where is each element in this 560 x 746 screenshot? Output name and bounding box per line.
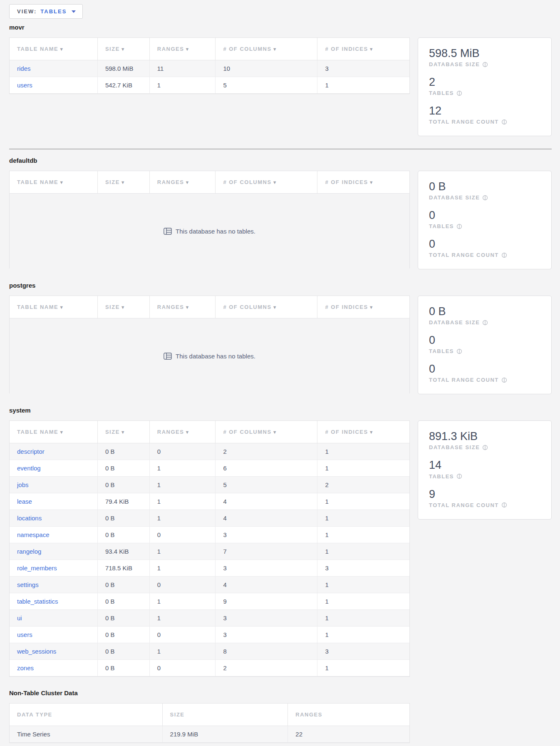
- tables-count-value: 0: [429, 209, 540, 222]
- info-icon[interactable]: [501, 502, 507, 508]
- column-header-size[interactable]: SIZE▼: [97, 38, 149, 60]
- columns-cell: 3: [216, 627, 317, 643]
- column-header-table-name[interactable]: TABLE NAME▼: [10, 421, 97, 443]
- table-name-link[interactable]: descriptor: [17, 448, 45, 455]
- tables-table: TABLE NAME▼ SIZE▼ RANGES▼ # OF COLUMNS▼ …: [9, 171, 410, 269]
- tables-count-stat: 0 TABLES: [429, 334, 540, 354]
- table-name-link[interactable]: jobs: [17, 481, 29, 488]
- indices-cell: 2: [317, 477, 409, 493]
- columns-cell: 6: [216, 460, 317, 477]
- table-name-link[interactable]: users: [17, 631, 32, 638]
- indices-cell: 1: [317, 593, 409, 610]
- sort-desc-icon: ▼: [185, 305, 190, 310]
- database-summary-card: 0 B DATABASE SIZE 0 TABLES 0 TOTAL RANGE…: [418, 171, 552, 269]
- column-header-columns[interactable]: # OF COLUMNS▼: [216, 38, 317, 60]
- column-header-ranges[interactable]: RANGES▼: [149, 296, 216, 318]
- total-range-count-stat: 0 TOTAL RANGE COUNT: [429, 363, 540, 383]
- database-name-heading: movr: [9, 24, 552, 31]
- table-name-link[interactable]: eventlog: [17, 465, 41, 472]
- column-header-table-name[interactable]: TABLE NAME▼: [10, 296, 97, 318]
- size-cell: 0 B: [97, 477, 149, 493]
- column-header-size[interactable]: SIZE▼: [97, 421, 149, 443]
- indices-cell: 1: [317, 77, 409, 94]
- table-name-link[interactable]: lease: [17, 498, 32, 505]
- table-name-link[interactable]: rangelog: [17, 548, 41, 555]
- columns-cell: 10: [216, 60, 317, 77]
- table-name-link[interactable]: table_statistics: [17, 598, 58, 605]
- info-icon[interactable]: [482, 62, 488, 67]
- info-icon[interactable]: [482, 445, 488, 450]
- info-icon[interactable]: [501, 377, 507, 383]
- columns-cell: 9: [216, 593, 317, 610]
- table-name-link[interactable]: users: [17, 82, 32, 89]
- info-icon[interactable]: [501, 119, 507, 125]
- total-range-count-stat: 0 TOTAL RANGE COUNT: [429, 238, 540, 258]
- table-name-link[interactable]: settings: [17, 581, 39, 588]
- table-row: users 542.7 KiB 1 5 1: [10, 77, 409, 94]
- size-cell: 0 B: [97, 527, 149, 543]
- size-cell: 93.4 KiB: [97, 543, 149, 560]
- table-name-link[interactable]: locations: [17, 515, 42, 522]
- table-row: users 0 B 0 3 1: [10, 627, 409, 643]
- indices-cell: 3: [317, 560, 409, 577]
- info-icon[interactable]: [501, 252, 507, 258]
- column-header-table-name[interactable]: TABLE NAME▼: [10, 171, 97, 194]
- column-header-columns[interactable]: # OF COLUMNS▼: [216, 171, 317, 194]
- size-cell: 0 B: [97, 643, 149, 660]
- table-row: locations 0 B 1 4 1: [10, 510, 409, 527]
- columns-cell: 8: [216, 643, 317, 660]
- database-size-value: 598.5 MiB: [429, 47, 540, 60]
- column-header-size[interactable]: SIZE▼: [97, 296, 149, 318]
- table-row: lease 79.4 KiB 1 4 1: [10, 493, 409, 510]
- column-header-table-name[interactable]: TABLE NAME▼: [10, 38, 97, 60]
- columns-cell: 4: [216, 510, 317, 527]
- size-cell: 0 B: [97, 660, 149, 676]
- table-name-link[interactable]: ui: [17, 614, 22, 622]
- table-name-link[interactable]: rides: [17, 65, 31, 72]
- sort-desc-icon: ▼: [369, 430, 374, 435]
- column-header-indices[interactable]: # OF INDICES▼: [317, 296, 409, 318]
- columns-cell: 3: [216, 610, 317, 627]
- column-header-columns[interactable]: # OF COLUMNS▼: [216, 421, 317, 443]
- sort-desc-icon: ▼: [273, 180, 278, 185]
- info-icon[interactable]: [482, 195, 488, 201]
- ranges-cell: 1: [149, 477, 216, 493]
- table-row: namespace 0 B 0 3 1: [10, 527, 409, 543]
- info-icon[interactable]: [456, 90, 462, 96]
- database-name-heading: defaultdb: [9, 157, 552, 164]
- column-header-ranges[interactable]: RANGES▼: [149, 421, 216, 443]
- ranges-cell: 1: [149, 560, 216, 577]
- indices-cell: 1: [317, 577, 409, 593]
- ranges-cell: 1: [149, 610, 216, 627]
- column-header-columns[interactable]: # OF COLUMNS▼: [216, 296, 317, 318]
- column-header-ranges[interactable]: RANGES▼: [149, 171, 216, 194]
- tables-count-stat: 2 TABLES: [429, 76, 540, 96]
- column-header-indices[interactable]: # OF INDICES▼: [317, 421, 409, 443]
- table-row: settings 0 B 0 4 1: [10, 577, 409, 593]
- table-name-link[interactable]: zones: [17, 664, 34, 671]
- info-icon[interactable]: [482, 320, 488, 326]
- info-icon[interactable]: [456, 224, 462, 229]
- sort-desc-icon: ▼: [121, 430, 126, 435]
- columns-cell: 2: [216, 443, 317, 460]
- size-cell: 0 B: [97, 577, 149, 593]
- column-header-ranges[interactable]: RANGES▼: [149, 38, 216, 60]
- indices-cell: 3: [317, 60, 409, 77]
- table-name-link[interactable]: web_sessions: [17, 648, 56, 655]
- view-dropdown[interactable]: VIEW: TABLES: [9, 4, 83, 19]
- table-name-link[interactable]: namespace: [17, 531, 50, 538]
- table-name-link[interactable]: role_members: [17, 564, 57, 572]
- column-header-size[interactable]: SIZE▼: [97, 171, 149, 194]
- size-cell: 0 B: [97, 443, 149, 460]
- sort-desc-icon: ▼: [369, 47, 374, 52]
- database-size-value: 891.3 KiB: [429, 430, 540, 443]
- info-icon[interactable]: [456, 473, 462, 479]
- column-header-data-type: DATA TYPE: [10, 704, 162, 726]
- table-row: table_statistics 0 B 1 9 1: [10, 593, 409, 610]
- info-icon[interactable]: [456, 348, 462, 354]
- column-header-indices[interactable]: # OF INDICES▼: [317, 38, 409, 60]
- database-section-movr: movr TABLE NAME▼ SIZE▼ RANGES▼ # OF COLU…: [9, 24, 552, 136]
- column-header-indices[interactable]: # OF INDICES▼: [317, 171, 409, 194]
- ranges-cell: 1: [149, 77, 216, 94]
- indices-cell: 1: [317, 527, 409, 543]
